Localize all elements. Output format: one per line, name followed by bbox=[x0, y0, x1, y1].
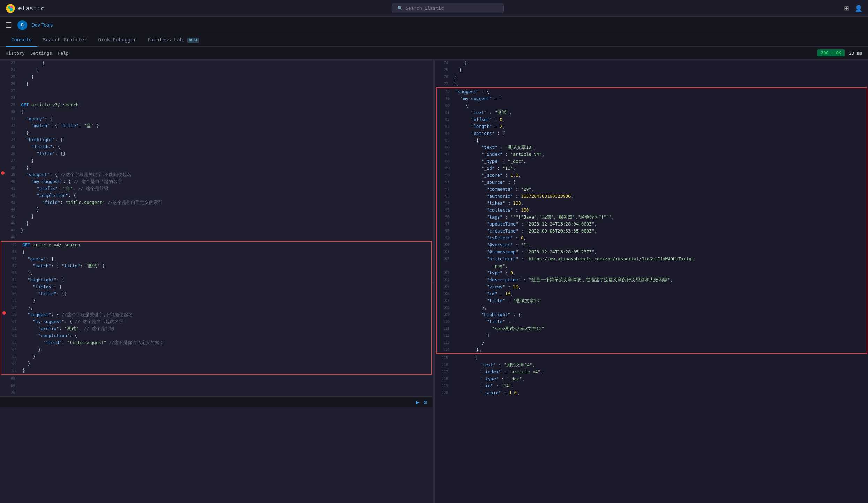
table-row: 91 "_source" : { bbox=[437, 179, 867, 186]
table-row: 53 }, bbox=[1, 269, 431, 276]
table-row: 33 }, bbox=[0, 129, 433, 136]
table-row: 90 "_score" : 1.0, bbox=[437, 172, 867, 179]
table-row: 109 "highlight" : { bbox=[437, 311, 867, 318]
table-row: 111 "<em>测试</em>文章13" bbox=[437, 325, 867, 332]
table-row: 52 "match": { "title": "测试" } bbox=[1, 262, 431, 269]
table-row: 81 "text" : "测试", bbox=[437, 109, 867, 116]
table-row: 94 "likes" : 108, bbox=[437, 200, 867, 207]
right-editor-panel[interactable]: 74 } 75 } 76 } 77 }, 78 "suggest" : { bbox=[435, 60, 868, 503]
table-row: 39 "suggest": { //这个字段是关键字,不能随便起名 bbox=[0, 171, 433, 178]
table-row: 98 "createTime" : "2022-09-06T20:53:35.0… bbox=[437, 228, 867, 235]
table-row: 117 "_index" : "article_v4", bbox=[435, 368, 868, 375]
table-row: 93 "authorid" : 1657284783190523906, bbox=[437, 193, 867, 200]
table-row: 68 bbox=[0, 375, 433, 382]
table-row: 114 }, bbox=[437, 346, 867, 353]
table-row: .png", bbox=[437, 262, 867, 269]
elastic-logo-icon bbox=[6, 3, 15, 13]
tab-painless-lab[interactable]: Painless Lab BETA bbox=[142, 33, 205, 47]
table-row: 41 "prefix": "当", // 这个是前缀 bbox=[0, 185, 433, 192]
secondary-nav: ☰ D Dev Tools bbox=[0, 17, 868, 33]
table-row: 120 "_score" : 1.0, bbox=[435, 389, 868, 396]
left-editor-panel[interactable]: 23 } 24 } 25 } 26 } 27 bbox=[0, 60, 433, 503]
grid-icon[interactable]: ⊞ bbox=[844, 5, 849, 12]
table-row: 30 { bbox=[0, 108, 433, 115]
table-row: 70 bbox=[0, 389, 433, 396]
table-row: 57 } bbox=[1, 297, 431, 304]
table-row: 95 "collects" : 100, bbox=[437, 207, 867, 214]
table-row: 44 } bbox=[0, 206, 433, 213]
table-row: 45 } bbox=[0, 213, 433, 220]
table-row: 23 } bbox=[0, 60, 433, 67]
table-row: 106 "id" : 13, bbox=[437, 290, 867, 297]
user-icon[interactable]: 👤 bbox=[855, 5, 862, 12]
table-row: 25 } bbox=[0, 74, 433, 81]
table-row: 61 "prefix": "测试", // 这个是前缀 bbox=[1, 325, 431, 332]
table-row: 36 "title": {} bbox=[0, 150, 433, 157]
beta-badge: BETA bbox=[187, 38, 199, 43]
tab-grok-debugger[interactable]: Grok Debugger bbox=[92, 33, 142, 47]
table-row: 67 } bbox=[1, 367, 431, 374]
table-row: 28 bbox=[0, 94, 433, 101]
table-row: 35 "fields": { bbox=[0, 143, 433, 150]
table-row: 38 }, bbox=[0, 164, 433, 171]
table-row: 103 "type" : 0, bbox=[437, 269, 867, 276]
settings-icon[interactable]: ⚙ bbox=[424, 399, 427, 405]
table-row: 48 bbox=[0, 234, 433, 241]
table-row: 66 } bbox=[1, 360, 431, 367]
dev-tools-button[interactable]: Dev Tools bbox=[31, 22, 53, 28]
table-row: 105 "views" : 20, bbox=[437, 283, 867, 290]
table-row: 47 } bbox=[0, 227, 433, 234]
table-row: 84 "options" : [ bbox=[437, 130, 867, 137]
table-row: 59 "suggest": { //这个字段是关键字,不能随便起名 bbox=[1, 311, 431, 318]
highlighted-block: 49 GET article_v4/_search 50 { 51 "query… bbox=[1, 241, 432, 375]
table-row: 118 "_type" : "_doc", bbox=[435, 375, 868, 382]
table-row: 76 } bbox=[435, 74, 868, 81]
table-row: 69 bbox=[0, 382, 433, 389]
table-row: 80 { bbox=[437, 102, 867, 109]
table-row: 75 } bbox=[435, 67, 868, 74]
tab-console[interactable]: Console bbox=[6, 33, 37, 47]
table-row: 110 "title" : [ bbox=[437, 318, 867, 325]
table-row: 108 }, bbox=[437, 304, 867, 311]
table-row: 79 "my-suggest" : [ bbox=[437, 95, 867, 102]
table-row: 24 } bbox=[0, 67, 433, 74]
avatar: D bbox=[17, 20, 27, 30]
table-row: 26 } bbox=[0, 81, 433, 87]
global-search[interactable]: 🔍 Search Elastic bbox=[392, 3, 504, 13]
table-row: 77 }, bbox=[435, 81, 868, 87]
hamburger-button[interactable]: ☰ bbox=[6, 21, 12, 29]
table-row: 107 "title" : "测试文章13" bbox=[437, 297, 867, 304]
table-row: 32 "match": { "title": "当" } bbox=[0, 122, 433, 129]
top-bar: elastic 🔍 Search Elastic ⊞ 👤 bbox=[0, 0, 868, 17]
subnav-history[interactable]: History bbox=[6, 51, 25, 56]
subnav-settings[interactable]: Settings bbox=[30, 51, 52, 56]
table-row: 50 { bbox=[1, 249, 431, 256]
sub-nav: History Settings Help 200 – OK 23 ms bbox=[0, 47, 868, 60]
right-highlighted-block: 78 "suggest" : { 79 "my-suggest" : [ 80 … bbox=[436, 87, 868, 354]
table-row: 37 } bbox=[0, 157, 433, 164]
play-button[interactable]: ▶ bbox=[416, 399, 420, 405]
table-row: 82 "offset" : 0, bbox=[437, 116, 867, 123]
table-row: 51 "query": { bbox=[1, 256, 431, 262]
table-row: 55 "fields": { bbox=[1, 283, 431, 290]
table-row: 29 GET article_v3/_search bbox=[0, 101, 433, 108]
table-row: 83 "length" : 2, bbox=[437, 123, 867, 130]
table-row: 56 "title": {} bbox=[1, 290, 431, 297]
table-row: 115 { bbox=[435, 355, 868, 361]
left-code-area: 23 } 24 } 25 } 26 } 27 bbox=[0, 60, 433, 396]
table-row: 65 } bbox=[1, 353, 431, 360]
search-icon: 🔍 bbox=[397, 6, 403, 11]
table-row: 54 "highlight": { bbox=[1, 276, 431, 283]
tab-search-profiler[interactable]: Search Profiler bbox=[37, 33, 92, 47]
table-row: 78 "suggest" : { bbox=[437, 88, 867, 95]
table-row: 86 "text" : "测试文章13", bbox=[437, 144, 867, 151]
subnav-help[interactable]: Help bbox=[58, 51, 68, 56]
status-badge: 200 – OK bbox=[817, 49, 845, 56]
table-row: 88 "_type" : "_doc", bbox=[437, 158, 867, 165]
right-code-area: 74 } 75 } 76 } 77 }, 78 "suggest" : { bbox=[435, 60, 868, 396]
table-row: 43 "field": "title.suggest" //这个是你自己定义的索… bbox=[0, 199, 433, 206]
search-placeholder: Search Elastic bbox=[406, 6, 444, 11]
table-row: 92 "comments" : "29", bbox=[437, 186, 867, 193]
table-row: 58 }, bbox=[1, 304, 431, 311]
table-row: 31 "query": { bbox=[0, 115, 433, 122]
